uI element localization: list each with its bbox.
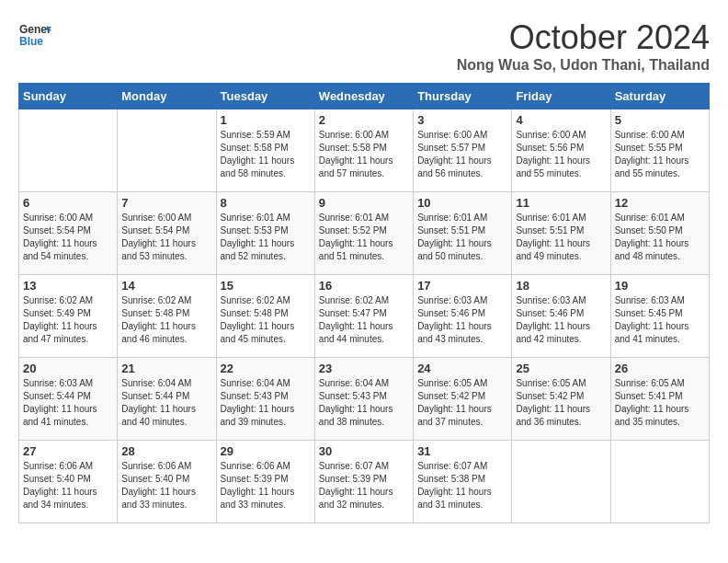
day-info: Sunrise: 6:05 AM Sunset: 5:42 PM Dayligh… — [516, 377, 606, 429]
calendar-cell: 14Sunrise: 6:02 AM Sunset: 5:48 PM Dayli… — [118, 275, 216, 358]
calendar-cell: 9Sunrise: 6:01 AM Sunset: 5:52 PM Daylig… — [314, 192, 413, 275]
week-row-2: 6Sunrise: 6:00 AM Sunset: 5:54 PM Daylig… — [19, 192, 710, 275]
day-number: 20 — [23, 362, 113, 375]
calendar-cell: 13Sunrise: 6:02 AM Sunset: 5:49 PM Dayli… — [19, 275, 118, 358]
day-info: Sunrise: 6:00 AM Sunset: 5:55 PM Dayligh… — [615, 129, 705, 180]
logo-bird-icon: General Blue — [18, 18, 51, 52]
calendar-cell: 10Sunrise: 6:01 AM Sunset: 5:51 PM Dayli… — [414, 192, 512, 275]
header-saturday: Saturday — [610, 84, 709, 109]
day-info: Sunrise: 6:05 AM Sunset: 5:42 PM Dayligh… — [417, 377, 507, 429]
calendar-cell: 31Sunrise: 6:07 AM Sunset: 5:38 PM Dayli… — [414, 441, 512, 523]
title-block: October 2024 Nong Wua So, Udon Thani, Th… — [457, 18, 710, 74]
day-number: 5 — [615, 113, 705, 127]
calendar-cell: 12Sunrise: 6:01 AM Sunset: 5:50 PM Dayli… — [610, 192, 709, 275]
day-number: 18 — [516, 279, 606, 293]
day-number: 17 — [417, 279, 507, 293]
day-number: 28 — [121, 444, 211, 458]
day-info: Sunrise: 6:07 AM Sunset: 5:39 PM Dayligh… — [319, 460, 409, 511]
calendar-cell: 6Sunrise: 6:00 AM Sunset: 5:54 PM Daylig… — [19, 192, 118, 275]
day-number: 10 — [417, 196, 507, 210]
day-info: Sunrise: 6:06 AM Sunset: 5:39 PM Dayligh… — [221, 460, 311, 511]
calendar-cell: 21Sunrise: 6:04 AM Sunset: 5:44 PM Dayli… — [118, 358, 216, 441]
day-number: 29 — [221, 444, 311, 458]
day-number: 26 — [615, 362, 705, 375]
day-info: Sunrise: 6:01 AM Sunset: 5:50 PM Dayligh… — [615, 212, 705, 263]
day-info: Sunrise: 6:06 AM Sunset: 5:40 PM Dayligh… — [121, 460, 211, 511]
calendar-cell: 11Sunrise: 6:01 AM Sunset: 5:51 PM Dayli… — [512, 192, 610, 275]
day-number: 14 — [121, 279, 211, 293]
calendar-cell: 18Sunrise: 6:03 AM Sunset: 5:46 PM Dayli… — [512, 275, 610, 358]
day-info: Sunrise: 6:02 AM Sunset: 5:48 PM Dayligh… — [221, 294, 311, 346]
day-number: 4 — [516, 113, 606, 127]
day-number: 23 — [319, 362, 409, 375]
calendar-cell: 27Sunrise: 6:06 AM Sunset: 5:40 PM Dayli… — [19, 441, 118, 523]
calendar-cell — [610, 441, 709, 523]
day-info: Sunrise: 6:02 AM Sunset: 5:48 PM Dayligh… — [121, 294, 211, 346]
calendar-cell: 1Sunrise: 5:59 AM Sunset: 5:58 PM Daylig… — [216, 109, 314, 192]
day-number: 2 — [319, 113, 409, 127]
header-monday: Monday — [118, 84, 216, 109]
month-title: October 2024 — [457, 18, 710, 57]
day-number: 21 — [121, 362, 211, 375]
calendar-cell: 28Sunrise: 6:06 AM Sunset: 5:40 PM Dayli… — [118, 441, 216, 523]
day-info: Sunrise: 6:00 AM Sunset: 5:58 PM Dayligh… — [319, 129, 409, 180]
day-info: Sunrise: 6:01 AM Sunset: 5:52 PM Dayligh… — [319, 212, 409, 263]
day-number: 6 — [23, 196, 113, 210]
calendar-cell — [118, 109, 216, 192]
calendar-cell: 15Sunrise: 6:02 AM Sunset: 5:48 PM Dayli… — [216, 275, 314, 358]
logo: General Blue — [18, 18, 51, 52]
location: Nong Wua So, Udon Thani, Thailand — [457, 57, 710, 74]
page-header: General Blue October 2024 Nong Wua So, U… — [18, 18, 710, 74]
day-info: Sunrise: 6:03 AM Sunset: 5:45 PM Dayligh… — [615, 294, 705, 346]
calendar-cell: 17Sunrise: 6:03 AM Sunset: 5:46 PM Dayli… — [414, 275, 512, 358]
day-info: Sunrise: 6:03 AM Sunset: 5:46 PM Dayligh… — [516, 294, 606, 346]
week-row-1: 1Sunrise: 5:59 AM Sunset: 5:58 PM Daylig… — [19, 109, 710, 192]
calendar-table: SundayMondayTuesdayWednesdayThursdayFrid… — [18, 83, 710, 523]
calendar-cell: 5Sunrise: 6:00 AM Sunset: 5:55 PM Daylig… — [610, 109, 709, 192]
header-row: SundayMondayTuesdayWednesdayThursdayFrid… — [19, 84, 710, 109]
day-number: 13 — [23, 279, 113, 293]
calendar-cell: 16Sunrise: 6:02 AM Sunset: 5:47 PM Dayli… — [314, 275, 413, 358]
calendar-cell: 19Sunrise: 6:03 AM Sunset: 5:45 PM Dayli… — [610, 275, 709, 358]
day-number: 27 — [23, 444, 113, 458]
calendar-cell: 29Sunrise: 6:06 AM Sunset: 5:39 PM Dayli… — [216, 441, 314, 523]
calendar-cell: 25Sunrise: 6:05 AM Sunset: 5:42 PM Dayli… — [512, 358, 610, 441]
day-info: Sunrise: 6:02 AM Sunset: 5:49 PM Dayligh… — [23, 294, 113, 346]
day-number: 24 — [417, 362, 507, 375]
calendar-cell: 2Sunrise: 6:00 AM Sunset: 5:58 PM Daylig… — [314, 109, 413, 192]
day-info: Sunrise: 6:00 AM Sunset: 5:54 PM Dayligh… — [23, 212, 113, 263]
day-number: 12 — [615, 196, 705, 210]
calendar-cell: 3Sunrise: 6:00 AM Sunset: 5:57 PM Daylig… — [414, 109, 512, 192]
week-row-4: 20Sunrise: 6:03 AM Sunset: 5:44 PM Dayli… — [19, 358, 710, 441]
calendar-cell — [19, 109, 118, 192]
day-info: Sunrise: 6:07 AM Sunset: 5:38 PM Dayligh… — [417, 460, 507, 511]
day-number: 25 — [516, 362, 606, 375]
calendar-cell: 7Sunrise: 6:00 AM Sunset: 5:54 PM Daylig… — [118, 192, 216, 275]
day-info: Sunrise: 5:59 AM Sunset: 5:58 PM Dayligh… — [221, 129, 311, 180]
day-info: Sunrise: 6:04 AM Sunset: 5:43 PM Dayligh… — [319, 377, 409, 429]
day-info: Sunrise: 6:00 AM Sunset: 5:56 PM Dayligh… — [516, 129, 606, 180]
day-info: Sunrise: 6:01 AM Sunset: 5:51 PM Dayligh… — [417, 212, 507, 263]
day-info: Sunrise: 6:02 AM Sunset: 5:47 PM Dayligh… — [319, 294, 409, 346]
calendar-cell: 23Sunrise: 6:04 AM Sunset: 5:43 PM Dayli… — [314, 358, 413, 441]
day-number: 3 — [417, 113, 507, 127]
header-sunday: Sunday — [19, 84, 118, 109]
calendar-cell: 4Sunrise: 6:00 AM Sunset: 5:56 PM Daylig… — [512, 109, 610, 192]
day-number: 11 — [516, 196, 606, 210]
day-info: Sunrise: 6:03 AM Sunset: 5:44 PM Dayligh… — [23, 377, 113, 429]
day-info: Sunrise: 6:06 AM Sunset: 5:40 PM Dayligh… — [23, 460, 113, 511]
calendar-cell: 22Sunrise: 6:04 AM Sunset: 5:43 PM Dayli… — [216, 358, 314, 441]
day-number: 31 — [417, 444, 507, 458]
day-number: 19 — [615, 279, 705, 293]
calendar-cell: 20Sunrise: 6:03 AM Sunset: 5:44 PM Dayli… — [19, 358, 118, 441]
day-number: 1 — [221, 113, 311, 127]
day-number: 9 — [319, 196, 409, 210]
week-row-5: 27Sunrise: 6:06 AM Sunset: 5:40 PM Dayli… — [19, 441, 710, 523]
day-info: Sunrise: 6:04 AM Sunset: 5:43 PM Dayligh… — [221, 377, 311, 429]
calendar-cell — [512, 441, 610, 523]
day-number: 30 — [319, 444, 409, 458]
calendar-cell: 24Sunrise: 6:05 AM Sunset: 5:42 PM Dayli… — [414, 358, 512, 441]
header-tuesday: Tuesday — [216, 84, 314, 109]
day-number: 8 — [221, 196, 311, 210]
day-info: Sunrise: 6:05 AM Sunset: 5:41 PM Dayligh… — [615, 377, 705, 429]
